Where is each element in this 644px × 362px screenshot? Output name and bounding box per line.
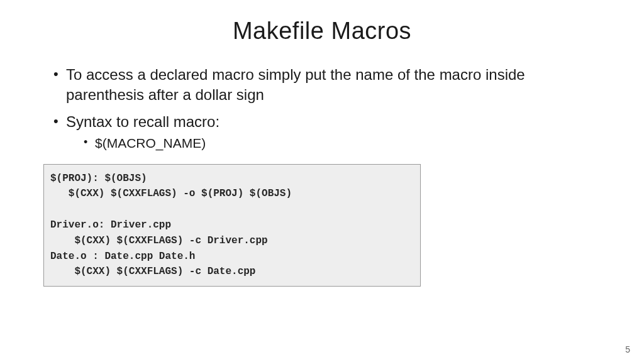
code-block: $(PROJ): $(OBJS) $(CXX) $(CXXFLAGS) -o $… xyxy=(43,164,421,287)
bullet-item: Syntax to recall macro: $(MACRO_NAME) xyxy=(52,112,597,153)
bullet-text: Syntax to recall macro: xyxy=(66,113,219,130)
bullet-list: To access a declared macro simply put th… xyxy=(47,65,597,153)
page-number: 5 xyxy=(625,344,630,354)
slide-title: Makefile Macros xyxy=(47,18,597,45)
bullet-item: To access a declared macro simply put th… xyxy=(52,65,597,106)
sub-bullet-list: $(MACRO_NAME) xyxy=(66,134,597,152)
sub-bullet-item: $(MACRO_NAME) xyxy=(84,134,597,152)
